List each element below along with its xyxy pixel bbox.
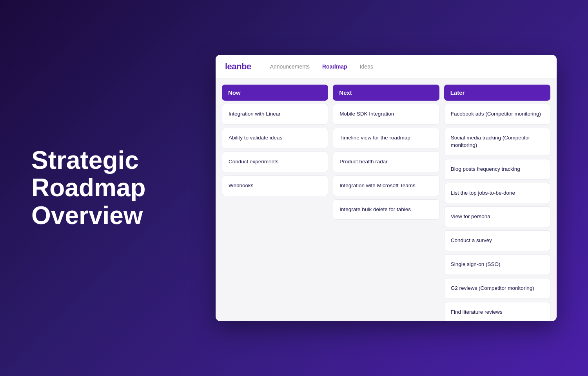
column-later: Later Facebook ads (Competitor monitorin… [444,85,550,315]
card-conduct-experiments[interactable]: Conduct experiments [222,152,328,172]
column-now: Now Integration with Linear Ability to v… [222,85,328,315]
nav-announcements[interactable]: Announcements [270,62,310,71]
card-validate-ideas[interactable]: Ability to validate ideas [222,128,328,148]
column-header-next: Next [333,85,439,101]
nav-ideas[interactable]: Ideas [360,62,373,71]
logo: leanbe [225,61,251,72]
hero-text: Strategic Roadmap Overview [31,146,146,229]
card-facebook-ads[interactable]: Facebook ads (Competitor monitoring) [444,104,550,125]
card-social-media[interactable]: Social media tracking (Competitor monito… [444,128,550,156]
card-blog-posts[interactable]: Blog posts frequency tracking [444,159,550,180]
card-view-persona[interactable]: View for persona [444,206,550,227]
card-integration-linear[interactable]: Integration with Linear [222,104,328,125]
main-nav: Announcements Roadmap Ideas [270,62,373,71]
column-header-later: Later [444,85,550,101]
card-conduct-survey[interactable]: Conduct a survey [444,230,550,251]
app-panel: leanbe Announcements Roadmap Ideas Now I… [216,55,557,321]
card-mobile-sdk[interactable]: Mobile SDK Integration [333,104,439,125]
column-header-now: Now [222,85,328,101]
card-product-health[interactable]: Product health radar [333,152,439,172]
card-g2-reviews[interactable]: G2 reviews (Competitor monitoring) [444,278,550,299]
app-header: leanbe Announcements Roadmap Ideas [216,55,557,78]
kanban-board: Now Integration with Linear Ability to v… [216,78,557,321]
card-bulk-delete[interactable]: Integrate bulk delete for tables [333,199,439,220]
column-next: Next Mobile SDK Integration Timeline vie… [333,85,439,315]
card-ms-teams[interactable]: Integration with Microsoft Teams [333,175,439,196]
hero-line3: Overview [31,201,143,230]
card-top-jobs[interactable]: List the top jobs-to-be-done [444,183,550,204]
card-literature-reviews[interactable]: Find literature reviews [444,302,550,321]
card-sso[interactable]: Single sign-on (SSO) [444,254,550,275]
hero-line2: Roadmap [31,174,146,202]
nav-roadmap[interactable]: Roadmap [322,62,347,71]
card-timeline-view[interactable]: Timeline view for the roadmap [333,128,439,148]
card-webhooks[interactable]: Webhooks [222,175,328,196]
hero-line1: Strategic [31,146,139,174]
